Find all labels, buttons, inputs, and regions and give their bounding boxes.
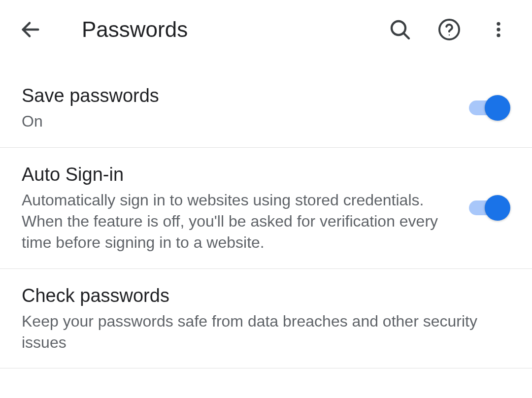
svg-line-2 <box>403 33 409 38</box>
svg-point-7 <box>497 33 500 37</box>
more-options-button[interactable] <box>485 16 512 43</box>
check-passwords-item[interactable]: Check passwords Keep your passwords safe… <box>0 269 532 369</box>
setting-text: Save passwords On <box>22 84 469 133</box>
search-icon <box>388 18 412 41</box>
more-vert-icon <box>489 20 508 39</box>
toggle-thumb <box>485 95 510 121</box>
svg-point-6 <box>497 28 500 31</box>
header-actions <box>386 16 512 43</box>
header: Passwords <box>0 0 532 59</box>
setting-title: Check passwords <box>22 284 491 308</box>
auto-signin-toggle[interactable] <box>469 194 510 222</box>
save-passwords-toggle[interactable] <box>469 94 510 122</box>
setting-title: Save passwords <box>22 84 449 108</box>
svg-point-3 <box>439 20 459 39</box>
toggle-thumb <box>485 195 510 221</box>
setting-text: Check passwords Keep your passwords safe… <box>22 284 510 354</box>
search-button[interactable] <box>386 16 414 43</box>
help-icon <box>437 18 461 41</box>
setting-subtitle: Automatically sign in to websites using … <box>22 190 449 254</box>
back-arrow-icon <box>19 18 42 41</box>
auto-signin-item[interactable]: Auto Sign-in Automatically sign in to we… <box>0 148 532 269</box>
back-button[interactable] <box>15 14 46 45</box>
save-passwords-item[interactable]: Save passwords On <box>0 69 532 148</box>
setting-subtitle: Keep your passwords safe from data breac… <box>22 311 491 353</box>
page-title: Passwords <box>82 17 386 42</box>
svg-point-5 <box>497 22 500 26</box>
help-button[interactable] <box>435 16 463 43</box>
setting-title: Auto Sign-in <box>22 163 449 187</box>
settings-list: Save passwords On Auto Sign-in Automatic… <box>0 69 532 368</box>
setting-subtitle: On <box>22 111 449 132</box>
setting-text: Auto Sign-in Automatically sign in to we… <box>22 163 469 254</box>
svg-point-4 <box>449 34 450 35</box>
